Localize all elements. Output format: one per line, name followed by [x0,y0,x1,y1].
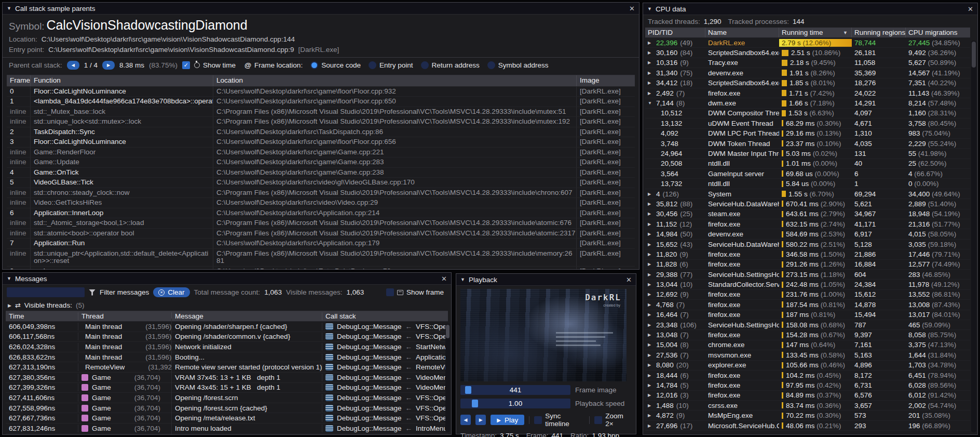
expander-icon[interactable]: ▶ [648,423,654,428]
callstack-list-icon[interactable] [325,323,333,330]
message-callstack[interactable]: DebugLog::Message ← IntroMenu:: [322,425,448,432]
message-callstack[interactable]: DebugLog::Message ← VFS::Open [322,404,448,412]
message-row[interactable]: 627,411,606ns Game (36,704) Opening /for… [6,393,448,403]
frame-location-radio[interactable]: Source code [310,61,361,69]
callstack-list-icon[interactable] [325,394,333,401]
checkbox-icon[interactable] [594,416,602,424]
call-stack-row[interactable]: inline std::atomic<bool>::operator bool … [7,229,635,239]
cpu-row[interactable]: 20,508 ntdll.dll 1.01 ms (0.00%) 40 25 (… [645,159,970,169]
function-name[interactable]: TaskDispatch::Sync [31,127,213,137]
collapse-icon[interactable]: ▼ [7,6,11,11]
expander-icon[interactable]: ▶ [648,91,654,96]
callstack-list-icon[interactable] [325,364,333,370]
function-name[interactable]: std::unique_lock<std::mutex>::lock [31,117,213,127]
callstack-list-icon[interactable] [325,405,333,412]
call-stack-row[interactable]: inline std::unique_ptr<Application,std::… [7,249,635,267]
cpu-row[interactable]: ▶ 18,444 (6) firefox.exe 104.2 ms (0.45%… [645,370,970,380]
expander-icon[interactable]: ▶ [648,60,654,65]
cpu-row[interactable]: ▶ 29,388 (77) ServiceHub.SettingsHost 27… [645,270,970,280]
speed-slider[interactable]: 1.00 [460,399,570,408]
function-name[interactable]: Floor::CalcLightNoLuminance [31,137,213,147]
expander-icon[interactable]: ▶ [648,383,654,388]
cpu-row[interactable]: ▶ 13,048 (7) firefox.exe 154.28 ms (0.67… [645,330,970,340]
cpu-row[interactable]: ▶ 10,316 (9) Tracy.exe 2.18 s (9.45%) 11… [645,58,970,68]
message-row[interactable]: 606,049,398ns Main thread (31,596) Openi… [6,322,448,332]
message-row[interactable]: 627,831,246ns Game (36,704) Intro menu l… [6,423,448,434]
cpu-row[interactable]: ▶ 11,152 (12) firefox.exe 632.15 ms (2.7… [645,219,970,229]
expander-icon[interactable]: ▶ [648,363,654,367]
call-stack-row[interactable]: 8 main C:\Users\wolf\Desktop\darkrl\src\… [7,267,635,270]
call-stack-titlebar[interactable]: ▼ Call stack sample parents ✕ [3,3,639,15]
expander-icon[interactable]: ▶ [648,373,654,378]
messages-titlebar[interactable]: ▼ Messages ✕ [3,273,451,285]
cpu-scrollbar[interactable] [971,41,976,432]
cpu-row[interactable]: 13,732 ntdll.dll 5.84 us (0.00%) 1 0 (0.… [645,179,970,189]
message-row[interactable]: 626,024,328ns Main thread (31,596) Netwo… [6,342,448,352]
function-name[interactable]: std::unique_ptr<Application,std::default… [31,249,213,266]
cpu-row[interactable]: ▶ 15,652 (43) ServiceHub.DataWarehouse 5… [645,240,970,249]
call-stack-row[interactable]: inline std::_Atomic_storage<bool,1>::loa… [7,218,635,229]
cpu-row[interactable]: ▶ 12,016 (3) firefox.exe 84.89 ms (0.37%… [645,391,970,401]
frame-location-radio[interactable]: Return address [421,61,480,69]
close-icon[interactable]: ✕ [626,276,632,284]
col-header-running-regions[interactable]: Running regions [852,28,906,37]
callstack-list-icon[interactable] [325,333,333,340]
col-header-name[interactable]: Name [705,28,779,37]
radio-icon[interactable] [487,61,495,69]
col-header-cpu-migrations[interactable]: CPU migrations [906,28,970,37]
expander-icon[interactable]: ▶ [648,353,654,357]
callstack-list-icon[interactable] [325,354,333,361]
sync-timeline-checkbox[interactable]: Sync timeline [534,412,584,428]
function-name[interactable]: main [31,267,213,270]
call-stack-row[interactable]: inline std::chrono::steady_clock::now C:… [7,188,635,198]
checkbox-icon[interactable] [534,416,542,424]
message-row[interactable]: 626,833,622ns Main thread (31,596) Booti… [6,352,448,363]
checkbox-checked-icon[interactable]: ✓ [182,61,190,69]
message-row[interactable]: 627,313,190ns RemoteView (31,392) Remote… [6,362,448,373]
function-name[interactable]: Application::InnerLoop [31,208,213,218]
expander-icon[interactable]: ▶ [648,50,654,55]
radio-icon[interactable] [310,61,318,69]
call-stack-row[interactable]: inline std::_Mutex_base::lock C:\Program… [7,107,635,117]
frame-location-radio[interactable]: Entry point [369,61,413,69]
call-stack-row[interactable]: inline Game::Update C:\Users\wolf\Deskto… [7,157,635,168]
expander-icon[interactable]: ▶ [648,323,654,327]
cpu-row[interactable]: ▶ 27,696 (17) Microsoft.ServiceHub.Co 48… [645,421,970,431]
message-row[interactable]: 627,399,326ns Game (36,704) VRAM 43x45: … [6,383,448,393]
function-name[interactable]: std::_Atomic_storage<bool,1>::load [31,218,213,228]
callstack-list-icon[interactable] [325,415,333,421]
expander-icon[interactable]: ▶ [648,272,654,277]
call-stack-row[interactable]: inline std::unique_lock<std::mutex>::loc… [7,117,635,127]
expander-icon[interactable]: ▶ [648,192,654,196]
show-time-checkbox[interactable]: ✓ Show time [182,61,236,69]
expander-icon[interactable]: ▶ [648,41,654,45]
call-stack-row[interactable]: 2 TaskDispatch::Sync C:\Users\wolf\Deskt… [7,127,635,138]
function-name[interactable]: std::atomic<bool>::operator bool [31,229,213,239]
expander-icon[interactable]: ▶ [648,282,654,287]
message-callstack[interactable]: DebugLog::Message ← VideoMemo [322,383,448,391]
expander-icon[interactable]: ▶ [648,292,654,297]
cpu-data-titlebar[interactable]: ▼ CPU data ✕ [643,3,977,15]
call-stack-row[interactable]: 7 Application::Run C:\Users\wolf\Desktop… [7,239,635,249]
cpu-row[interactable]: ▶ 11,828 (6) firefox.exe 291.26 ms (1.26… [645,260,970,270]
cpu-row[interactable]: ▶ 8,080 (20) explorer.exe 105.66 ms (0.4… [645,361,970,370]
callstack-list-icon[interactable] [325,343,333,350]
message-callstack[interactable]: DebugLog::Message ← VFS::Open [322,414,448,422]
call-stack-row[interactable]: inline Game::RenderFloor C:\Users\wolf\D… [7,148,635,158]
messages-scrollbar[interactable] [445,324,450,432]
call-stack-row[interactable]: 0 Floor::CalcLightNoLuminance C:\Users\w… [7,87,635,97]
expander-icon[interactable]: ▶ [648,211,654,216]
show-frame-checkbox[interactable]: Show frame [386,288,444,296]
cpu-row[interactable]: ▶ 14,784 (5) firefox.exe 97.95 ms (0.42%… [645,380,970,390]
checkbox-icon[interactable] [386,288,394,296]
col-header-running-time[interactable]: Running time ▼ [779,28,852,37]
cpu-row[interactable]: ▶ 13,044 (10) StandardCollector.Service … [645,280,970,289]
call-stack-row[interactable]: inline Video::GetTicksHiRes C:\Users\wol… [7,198,635,208]
expander-icon[interactable]: ▶ [648,81,654,85]
cpu-row[interactable]: ▶ 35,812 (88) ServiceHub.DataWarehouse 6… [645,199,970,209]
callstack-list-icon[interactable] [325,384,333,391]
radio-icon[interactable] [369,61,376,69]
expander-icon[interactable]: ▶ [648,252,654,257]
call-stack-row[interactable]: 6 Application::InnerLoop C:\Users\wolf\D… [7,208,635,219]
expander-icon[interactable]: ▶ [648,342,654,347]
